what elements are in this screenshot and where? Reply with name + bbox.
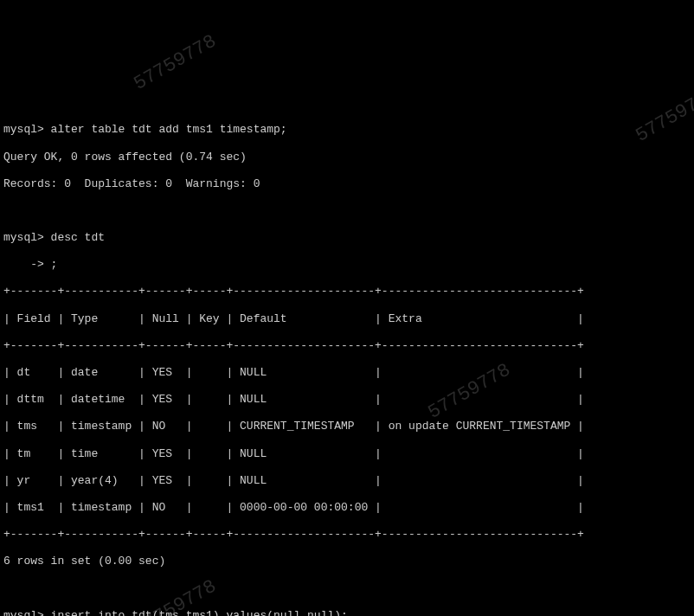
table-border: +-------+-----------+------+-----+------… [3,339,584,352]
table-header: | Field | Type | Null | Key | Default | … [3,312,584,325]
query-result: Query OK, 0 rows affected (0.74 sec) [3,151,247,164]
table-row: | tm | time | YES | | NULL | | [3,447,584,460]
query-result: Records: 0 Duplicates: 0 Warnings: 0 [3,177,260,190]
sql-command: mysql> insert into tdt(tms,tms1) values(… [3,609,348,616]
table-row: | tms | timestamp | NO | | CURRENT_TIMES… [3,420,584,433]
table-row: | tms1 | timestamp | NO | | 0000-00-00 0… [3,501,584,514]
sql-command: mysql> alter table tdt add tms1 timestam… [3,123,287,136]
table-row: | dt | date | YES | | NULL | | [3,366,584,379]
sql-command: mysql> desc tdt [3,231,105,244]
watermark: 57759778 [130,30,221,96]
table-row: | yr | year(4) | YES | | NULL | | [3,474,584,487]
watermark: 57759778 [632,82,694,148]
sql-continuation: -> ; [3,258,57,271]
table-border: +-------+-----------+------+-----+------… [3,285,584,298]
table-border: +-------+-----------+------+-----+------… [3,528,584,541]
table-row: | dttm | datetime | YES | | NULL | | [3,393,584,406]
query-result: 6 rows in set (0.00 sec) [3,555,165,568]
